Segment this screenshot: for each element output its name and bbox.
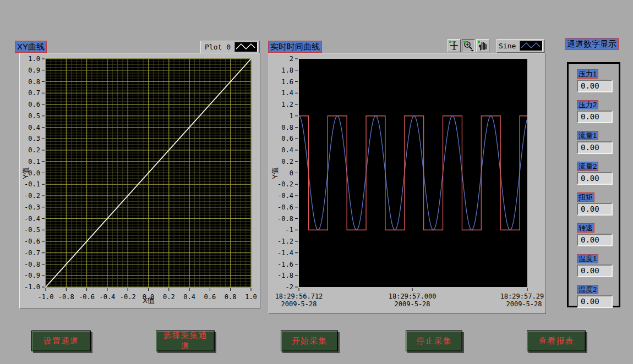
svg-text:-0.8: -0.8 [277,215,293,223]
channel-group-flow1: 流量1 0.00 [577,130,619,154]
svg-text:-0.4: -0.4 [99,293,115,301]
svg-text:0.6: 0.6 [28,101,40,108]
svg-text:0.5: 0.5 [28,112,40,120]
crosshair-tool-button[interactable] [448,39,461,52]
time-plot-area[interactable] [299,59,527,287]
svg-text:-1.8: -1.8 [277,272,293,279]
channel-value-display: 0.00 [577,295,613,308]
svg-text:-1.2: -1.2 [277,238,293,245]
svg-text:-0.1: -0.1 [24,180,40,188]
svg-text:-0.9: -0.9 [24,272,40,279]
channel-value-display: 0.00 [577,234,613,246]
led-indicator [449,41,451,43]
led-indicator [478,41,480,43]
svg-text:-1.4: -1.4 [277,249,293,257]
start-acquisition-button[interactable]: 开始采集 [281,330,338,351]
view-report-button[interactable]: 查看报表 [527,330,586,351]
channel-label: 温度2 [577,285,598,294]
svg-text:-0.2: -0.2 [277,180,293,188]
waveform-icon [520,41,543,51]
svg-text:-0.8: -0.8 [58,293,74,301]
time-chart-legend[interactable]: Sine [496,39,545,53]
zoom-tool-button[interactable] [462,39,475,52]
svg-text:2: 2 [290,55,293,63]
channel-group-flow2: 流量2 0.00 [577,161,619,185]
channel-value-display: 0.00 [577,264,613,277]
svg-text:18:29:57.000: 18:29:57.000 [389,293,436,300]
svg-text:-0.3: -0.3 [24,203,40,211]
channel-label: 流量2 [577,162,598,171]
channel-value-display: 0.00 [577,172,613,185]
svg-text:-0.2: -0.2 [24,192,40,200]
svg-text:0.7: 0.7 [28,89,40,97]
svg-text:0.6: 0.6 [204,293,216,301]
channel-label: 转速 [577,223,594,233]
legend-sine-label: Sine [499,42,516,50]
svg-text:-0.6: -0.6 [277,203,293,211]
channel-value-display: 0.00 [577,141,613,154]
xy-chart-title: XY曲线 [15,41,47,53]
svg-text:1.2: 1.2 [281,101,293,108]
svg-text:-1: -1 [286,226,293,234]
svg-text:18:29:57.292: 18:29:57.292 [500,293,544,300]
svg-text:1: 1 [290,112,293,120]
channel-label: 压力1 [577,69,598,79]
led-indicator [463,41,466,43]
svg-text:-1.6: -1.6 [277,261,293,268]
svg-text:0.4: 0.4 [281,146,293,154]
pan-tool-button[interactable] [476,39,489,52]
channel-group-speed: 转速 0.00 [577,223,619,246]
graph-toolbar [448,39,489,52]
waveform-icon [234,42,258,52]
legend-plot0-label: Plot 0 [205,43,231,51]
channel-group-pressure1: 压力1 0.00 [577,69,619,92]
svg-text:-0.8: -0.8 [24,261,40,268]
svg-text:0.8: 0.8 [281,124,293,131]
channel-group-pressure2: 压力2 0.00 [577,100,619,123]
svg-text:-0.6: -0.6 [24,238,40,245]
svg-text:-0.4: -0.4 [277,192,293,200]
channel-group-temp1: 温度1 0.00 [577,253,619,277]
channel-panel-title: 通道数字显示 [565,38,619,50]
channel-group-torque: 扭矩 0.00 [577,192,619,216]
time-y-axis-label: Y值 [270,167,280,179]
svg-text:0.3: 0.3 [28,135,40,142]
xy-chart-canvas: 1.00.90.80.70.60.50.40.30.20.10.0-0.1-0.… [20,53,259,307]
stop-acquisition-button[interactable]: 停止采集 [406,330,462,351]
svg-text:0.4: 0.4 [28,124,40,131]
channel-group-temp2: 温度2 0.00 [577,284,619,308]
svg-text:2009-5-28: 2009-5-28 [281,300,316,308]
svg-text:0.2: 0.2 [28,146,40,154]
svg-text:1.0: 1.0 [28,55,40,63]
main-window: XY曲线 Plot 0 1.00.90.80.70.60.50.40.30.20… [0,0,633,364]
svg-text:1.0: 1.0 [245,293,257,301]
svg-text:0.6: 0.6 [281,135,293,142]
channel-display-box: 压力1 0.00 压力2 0.00 流量1 0.00 流量2 0.00 扭矩 0… [567,62,620,307]
select-acquisition-channel-button[interactable]: 选择采集通道 [156,330,215,351]
xy-x-axis-label: X值 [132,296,165,306]
channel-value-display: 0.00 [577,111,613,123]
time-chart-title: 实时时间曲线 [268,41,322,53]
set-channel-button[interactable]: 设置通道 [31,330,91,351]
svg-text:1.6: 1.6 [281,78,293,86]
svg-text:0.4: 0.4 [183,293,195,301]
svg-text:18:29:56.712: 18:29:56.712 [275,293,323,300]
svg-text:-0.6: -0.6 [79,293,95,301]
xy-chart-panel: 1.00.90.80.70.60.50.40.30.20.10.0-0.1-0.… [19,53,260,309]
svg-text:1.8: 1.8 [281,67,293,74]
channel-value-display: 0.00 [577,80,613,92]
channel-label: 流量1 [577,131,598,140]
channel-label: 扭矩 [577,192,594,202]
time-chart-panel: 21.81.61.41.210.80.60.40.20-0.2-0.4-0.6-… [269,53,546,314]
xy-chart-legend[interactable]: Plot 0 [200,41,260,53]
xy-y-axis-label: Y值 [21,167,31,179]
channel-value-display: 0.00 [577,203,613,216]
svg-text:-0.4: -0.4 [24,215,40,223]
svg-text:0.9: 0.9 [28,67,40,74]
svg-text:-0.7: -0.7 [24,249,40,257]
svg-text:0.2: 0.2 [281,158,293,166]
svg-text:-1.0: -1.0 [38,293,54,301]
svg-text:2009-5-28: 2009-5-28 [506,300,542,308]
svg-text:0.8: 0.8 [28,78,40,86]
svg-text:1.4: 1.4 [281,89,293,97]
